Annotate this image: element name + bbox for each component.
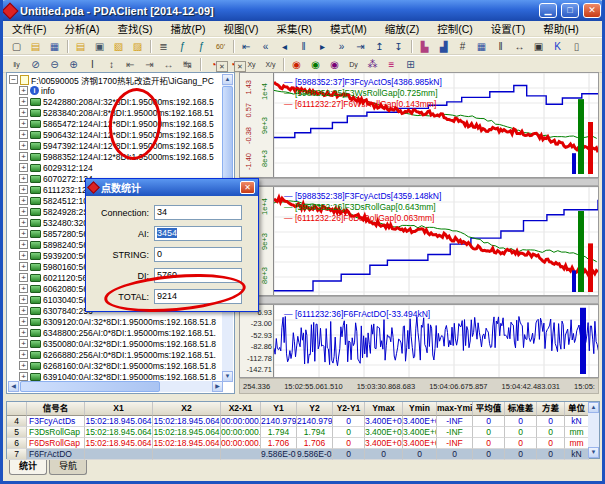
pane-separator[interactable] [239,296,599,304]
expand-icon[interactable]: + [19,372,28,381]
title-bar[interactable]: Untitled.pda - PDAClient [2014-12-09] ▁ … [0,0,605,21]
alarm-icon[interactable]: ◉ [288,57,305,72]
tree-item[interactable]: +6029312:124 [8,162,223,173]
table-row[interactable]: 6F6DsRollGap15:02:18.945.06415:02:18.945… [7,438,599,449]
dy-icon[interactable]: Dy [345,57,362,72]
menu-0[interactable]: 文件(F) [3,21,55,36]
menu-8[interactable]: 控制(C) [428,21,482,36]
menu-2[interactable]: 查找(S) [108,21,161,36]
column-header[interactable]: max-Ymi [437,402,473,416]
new-file-icon[interactable]: ▢ [8,39,25,54]
tree-item[interactable]: +5865472:124AI:12*8DI:1.95000ms:192.168.… [8,118,223,129]
rewind-icon[interactable]: « [257,39,274,54]
import-folder-icon[interactable]: ▧ [110,39,127,54]
bar-chart-icon[interactable]: ▟ [435,39,452,54]
stretch-icon[interactable]: ↔ [160,57,177,72]
expand-icon[interactable]: + [19,328,28,337]
field-input[interactable]: 34 [154,205,242,220]
tree-item[interactable]: +5906432:124AI:12*8DI:1.95000ms:192.168.… [8,129,223,140]
expand-icon[interactable]: + [19,317,28,326]
open-folder-icon[interactable]: ▤ [72,39,89,54]
expand-icon[interactable]: + [19,240,28,249]
tree-item[interactable]: +6268160:0AI:32*8DI:1.95000ms:192.168.51… [8,360,223,371]
scroll-up-icon[interactable]: ▲ [222,74,233,85]
signal-list-icon[interactable]: ≣ [155,39,172,54]
step-down-icon[interactable]: ↧ [390,39,407,54]
expand-icon[interactable]: + [19,306,28,315]
column-header[interactable]: Y1 [261,402,297,416]
expand-icon[interactable]: + [19,229,28,238]
table-row[interactable]: 5F3DsRollGap15:02:18.945.06415:02:18.945… [7,427,599,438]
open-file-icon[interactable]: ▤ [27,39,44,54]
expand-icon[interactable]: + [19,273,28,282]
tree-item[interactable]: +5947392:124AI:12*8DI:1.95000ms:192.168.… [8,140,223,151]
expand-icon[interactable]: + [19,185,28,194]
menu-1[interactable]: 分析(A) [55,21,108,36]
align-left-icon[interactable]: ⇤ [122,57,139,72]
tree-item[interactable]: +5242880:208AI:32*8DI:1.95000ms:192.168.… [8,96,223,107]
save-icon[interactable]: ▦ [46,39,63,54]
column-header[interactable]: X2 [153,402,221,416]
dialog-title-bar[interactable]: 点数统计 ✕ [86,179,258,196]
tree-item[interactable]: +6350080:0AI:32*8DI:1.95000ms:192.168.51… [8,338,223,349]
menu-5[interactable]: 采集(R) [267,21,321,36]
column-header[interactable]: 单位 [565,402,589,416]
fit-width-icon[interactable]: ↔ [511,39,528,54]
tree-item[interactable]: +6309120:0AI:32*8DI:1.95000ms:192.168.51… [8,316,223,327]
maximize-button[interactable]: □ [561,3,579,18]
print-icon[interactable]: ▣ [91,39,108,54]
expand-icon[interactable]: + [19,152,28,161]
expand-icon[interactable]: + [19,196,28,205]
expand-icon[interactable]: + [19,108,28,117]
column-header[interactable] [7,402,27,416]
column-header[interactable]: Y2-Y1 [333,402,365,416]
column-header[interactable]: X2-X1 [221,402,261,416]
zoom-icon[interactable]: ⊘ [27,57,44,72]
chart-panel-close-icon[interactable]: ✕ [234,61,246,72]
expand-icon[interactable]: + [19,284,28,293]
expand-vertical-icon[interactable]: ↕ [103,57,120,72]
expand-icon[interactable]: + [19,174,28,183]
dialog-close-button[interactable]: ✕ [240,181,255,194]
expand-icon[interactable]: + [19,350,28,359]
zoom-out-icon[interactable]: ⊖ [46,57,63,72]
column-header[interactable]: Ymin [403,402,437,416]
menu-10[interactable]: 帮助(H) [534,21,588,36]
menu-3[interactable]: 播放(P) [161,21,214,36]
swap-icon[interactable]: ↹ [179,57,196,72]
play-icon[interactable]: ▸ [314,39,331,54]
expand-icon[interactable]: + [19,97,28,106]
cursor-pair-icon[interactable]: ‖y [8,57,25,72]
expand-icon[interactable]: + [19,163,28,172]
tree-panel-close-icon[interactable]: ✕ [216,61,228,72]
expand-icon[interactable]: + [19,130,28,139]
marker-icon[interactable]: K [549,39,566,54]
scroll-right-icon[interactable]: ▶ [212,381,223,392]
tree-item[interactable]: +5283840:208AI:8*8DI:1.95000ms:192.168.5… [8,107,223,118]
panel-icon[interactable]: ▣ [530,39,547,54]
table-row[interactable]: 7F6FrActDO9.586E-0399.586E-0390000000kN [7,449,599,460]
scroll-left-icon[interactable]: ◀ [8,381,19,392]
field-input[interactable]: 9214 [154,289,242,304]
legend-icon[interactable]: ≡ [383,57,400,72]
ok-icon[interactable]: ◉ [307,57,324,72]
split-panes-icon[interactable]: ‖ [492,39,509,54]
table-scrollbar[interactable]: ▲ ▼ [588,402,599,458]
info-icon[interactable]: ◉ [326,57,343,72]
pane-separator[interactable] [239,178,599,186]
tree-item[interactable]: +5988352:124AI:12*8DI:1.95000ms:192.168.… [8,151,223,162]
cursor-icon[interactable]: I [84,57,101,72]
pause-icon[interactable]: ‖ [295,39,312,54]
menu-7[interactable]: 缩放(Z) [376,21,428,36]
expand-icon[interactable]: + [19,218,28,227]
column-header[interactable]: 信号名 [27,402,85,416]
step-back-icon[interactable]: ◂ [276,39,293,54]
angle-icon[interactable]: 60′ [212,39,229,54]
skip-end-icon[interactable]: ⇥ [352,39,369,54]
tree-item[interactable]: +6266880:256AI:0*8DI:1.95000ms:192.168.5… [8,349,223,360]
column-header[interactable]: 平均值 [473,402,505,416]
table-scroll-down-icon[interactable]: ▼ [588,447,599,458]
table-row[interactable]: 4F3FcyActDs15:02:18.945.06415:02:18.945.… [7,416,599,427]
tree-item[interactable]: +6348800:256AI:0*8DI:1.95000ms:192.168.5… [8,327,223,338]
expand-icon[interactable]: + [19,207,28,216]
